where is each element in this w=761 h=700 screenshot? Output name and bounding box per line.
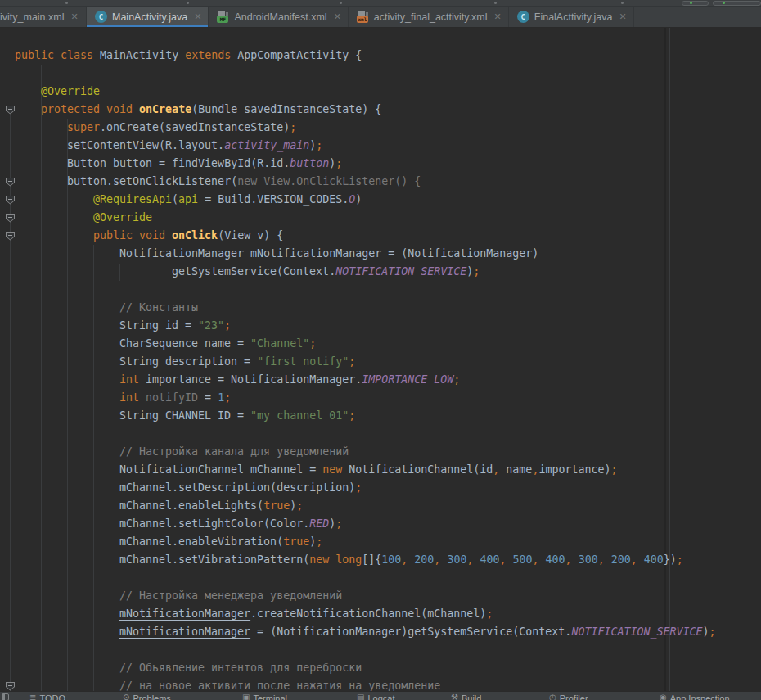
tab-mainactivity-java[interactable]: C MainActivity.java ✕ [87,7,209,27]
tab-label: activity_final_acttivity.xml [374,11,488,23]
code-line: mNotificationManager.createNotificationC… [0,605,761,623]
run-icon[interactable] [690,2,692,4]
tool-window-label: TODO [39,693,65,700]
code-line: String CHANNEL_ID = "my_channel_01"; [0,407,761,425]
close-icon[interactable]: ✕ [619,12,626,21]
tool-window-button-problems[interactable]: ⊙Problems [123,693,171,700]
close-icon[interactable]: ✕ [71,12,79,21]
tool-window-bar: ≣TODO⊙Problems▣Terminal▤Logcat⚒Build◷Pro… [0,691,761,700]
tool-window-button-todo[interactable]: ≣TODO [29,693,65,700]
tool-window-label: Build [462,693,481,700]
code-line [0,425,761,443]
tool-window-label: Problems [133,693,170,700]
tab-finalacttivity-java[interactable]: C FinalActtivity.java ✕ [509,7,634,27]
code-line: // Настройка менеджера уведомлений [0,587,761,605]
toolbar-icon-dot [340,2,342,4]
code-line: super.onCreate(savedInstanceState); [0,119,761,137]
code-line: String id = "23"; [0,317,761,335]
code-line: @Override [0,83,761,101]
fold-marker-icon[interactable] [6,232,15,241]
tool-window-label: Logcat [367,693,394,700]
code-line: protected void onCreate(Bundle savedInst… [0,101,761,119]
close-icon[interactable]: ✕ [194,12,201,21]
device-button-group[interactable] [713,1,761,6]
editor-tab-bar: ivity_main.xml ✕ C MainActivity.java ✕ M… [0,7,761,28]
tab-label: MainActivity.java [112,11,187,23]
tool-window-corner-icon[interactable] [2,693,9,700]
manifest-file-icon: MF [217,11,229,23]
code-line: @RequiresApi(api = Build.VERSION_CODES.O… [0,191,761,209]
code-lines: public class MainActivity extends AppCom… [0,28,761,691]
code-line: setContentView(R.layout.activity_main); [0,137,761,155]
code-line: Button button = findViewById(R.id.button… [0,155,761,173]
tool-window-button-app-inspection[interactable]: ◉App Inspection [660,693,730,700]
tab-label: AndroidManifest.xml [234,11,326,23]
tab-label: FinalActtivity.java [534,11,613,23]
code-line: NotificationChannel mChannel = new Notif… [0,461,761,479]
toolbar-strip [0,0,761,7]
tab-androidmanifest-xml[interactable]: MF AndroidManifest.xml ✕ [209,7,348,27]
debug-icon[interactable] [723,2,725,4]
code-line: public void onClick(View v) { [0,227,761,245]
tool-window-button-logcat[interactable]: ▤Logcat [357,693,394,700]
fold-marker-icon[interactable] [6,682,15,691]
code-line: mChannel.enableLights(true); [0,497,761,515]
code-line [0,29,761,47]
code-line: mChannel.setVibrationPattern(new long[]{… [0,551,761,569]
code-line: int importance = NotificationManager.IMP… [0,371,761,389]
code-line [0,281,761,299]
code-line: public class MainActivity extends AppCom… [0,47,761,65]
tab-activity-main-xml[interactable]: ivity_main.xml ✕ [0,7,87,27]
build-icon: ⚒ [451,693,458,700]
toolbar-icon-dot [494,2,497,4]
toolbar-icon-dot [621,2,624,4]
fold-marker-icon[interactable] [6,178,15,187]
fold-marker-icon[interactable] [6,106,15,115]
code-line: CharSequence name = "Channel"; [0,335,761,353]
tool-window-label: App Inspection [670,693,730,700]
android-studio-window: ivity_main.xml ✕ C MainActivity.java ✕ M… [0,0,761,700]
code-line: // на новое активити после нажатия на ув… [0,677,761,691]
fold-marker-icon[interactable] [6,196,15,205]
code-line: mChannel.setLightColor(Color.RED); [0,515,761,533]
code-line: String description = "first notify"; [0,353,761,371]
profiler-icon: ◷ [549,693,556,700]
close-icon[interactable]: ✕ [334,12,341,21]
problems-icon: ⊙ [123,693,129,700]
code-line: @Override [0,209,761,227]
tool-window-button-profiler[interactable]: ◷Profiler [549,693,588,700]
app-inspection-icon: ◉ [660,693,667,700]
code-line: // Настройка канала для уведомлений [0,443,761,461]
code-line [0,569,761,587]
code-line: button.setOnClickListener(new View.OnCli… [0,173,761,191]
tool-window-button-terminal[interactable]: ▣Terminal [242,693,287,700]
fold-marker-icon[interactable] [6,214,15,223]
close-icon[interactable]: ✕ [494,12,502,21]
tab-activity-final-acttivity-xml[interactable]: xml activity_final_acttivity.xml ✕ [349,7,509,27]
toolbar-icon-dot [65,2,68,4]
tool-window-label: Profiler [560,693,588,700]
code-line [0,641,761,659]
run-button-group[interactable] [682,1,709,6]
logcat-icon: ▤ [357,693,364,700]
code-line [0,65,761,83]
tab-label: ivity_main.xml [0,11,65,23]
code-line: NotificationManager mNotificationManager… [0,245,761,263]
code-line: int notifyID = 1; [0,389,761,407]
layout-xml-file-icon: xml [357,11,369,23]
java-class-icon: C [517,11,529,23]
code-line: mChannel.enableVibration(true); [0,533,761,551]
code-editor[interactable]: public class MainActivity extends AppCom… [0,28,761,691]
code-line: // Константы [0,299,761,317]
code-line: mChannel.setDescription(description); [0,479,761,497]
tool-window-label: Terminal [253,693,287,700]
java-class-icon: C [95,11,107,23]
code-line: // Обьявление интентов для переброски [0,659,761,677]
toolbar-icon-dot [187,2,189,4]
code-line: getSystemService(Context.NOTIFICATION_SE… [0,263,761,281]
tool-window-button-build[interactable]: ⚒Build [451,693,481,700]
todo-icon: ≣ [29,693,36,700]
code-line: mNotificationManager = (NotificationMana… [0,623,761,641]
terminal-icon: ▣ [242,693,250,700]
